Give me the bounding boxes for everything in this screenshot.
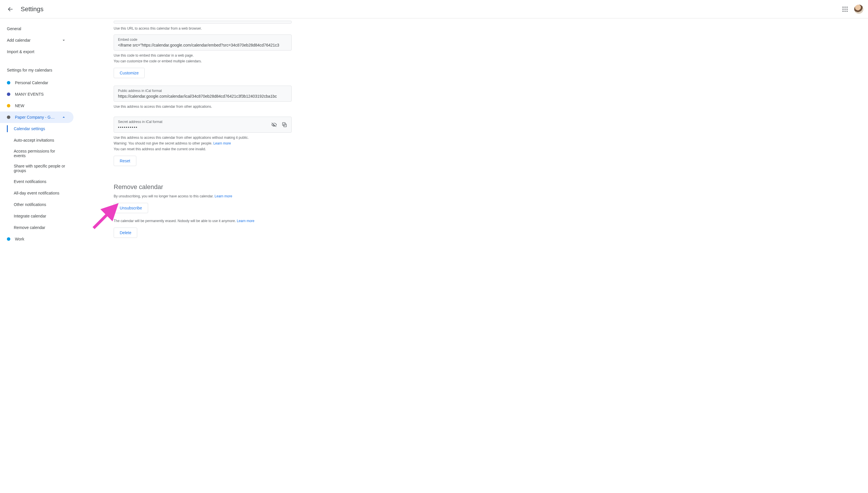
delete-hint-text: The calendar will be permanently erased.… — [114, 219, 237, 223]
customize-button[interactable]: Customize — [114, 68, 145, 78]
copy-button[interactable] — [280, 120, 289, 129]
sidebar-item-label: MANY EVENTS — [15, 92, 67, 97]
content-scroll-area[interactable]: Use this URL to access this calendar fro… — [73, 18, 868, 493]
ical-secret-field[interactable]: Secret address in iCal format •••••••••• — [114, 116, 292, 133]
nav-label: Add calendar — [7, 38, 31, 43]
chevron-up-icon — [61, 114, 67, 120]
page-title: Settings — [21, 5, 44, 13]
calendar-color-dot — [7, 92, 10, 96]
calendar-color-dot — [7, 81, 10, 84]
sidebar-item-label: Integrate calendar — [14, 214, 46, 218]
sidebar-section-header: Settings for my calendars — [0, 63, 73, 77]
nav-add-calendar[interactable]: Add calendar — [0, 35, 73, 46]
subnav-event-notifications[interactable]: Event notifications — [0, 176, 73, 187]
subnav-auto-accept[interactable]: Auto-accept invitations — [0, 134, 73, 146]
sidebar-item-label: Other notifications — [14, 202, 46, 207]
subnav-access-permissions[interactable]: Access permissions for events — [0, 146, 73, 161]
sidebar: General Add calendar Import & export Set… — [0, 18, 73, 493]
unsubscribe-button[interactable]: Unsubscribe — [114, 203, 148, 213]
field-value: https://calendar.google.com/calendar/ica… — [118, 94, 287, 99]
unsubscribe-learn-more-link[interactable]: Learn more — [215, 194, 232, 198]
delete-button[interactable]: Delete — [114, 228, 137, 238]
subnav-integrate-calendar[interactable]: Integrate calendar — [0, 210, 73, 222]
header-left: Settings — [5, 3, 44, 15]
secret-hint-1: Use this address to access this calendar… — [114, 135, 292, 140]
calendar-color-dot — [7, 104, 10, 107]
sidebar-item-label: Work — [15, 237, 67, 241]
sidebar-item-label: NEW — [15, 103, 67, 108]
remove-calendar-heading: Remove calendar — [114, 183, 292, 191]
subnav-remove-calendar[interactable]: Remove calendar — [0, 222, 73, 233]
embed-hint-2: You can customize the code or embed mult… — [114, 59, 292, 64]
nav-label: General — [7, 26, 21, 31]
visibility-off-button[interactable] — [270, 120, 279, 129]
field-value: •••••••••• — [118, 125, 287, 130]
sidebar-calendar-personal[interactable]: Personal Calendar — [0, 77, 73, 88]
ical-hint: Use this address to access this calendar… — [114, 104, 292, 109]
header-right — [839, 3, 863, 15]
sidebar-calendar-many-events[interactable]: MANY EVENTS — [0, 88, 73, 100]
sidebar-item-label: Auto-accept invitations — [14, 138, 54, 143]
subnav-all-day-notifications[interactable]: All-day event notifications — [0, 187, 73, 199]
field-label: Public address in iCal format — [118, 89, 287, 93]
sidebar-calendar-paper-company[interactable]: Paper Company - Goo… — [0, 111, 73, 123]
secret-learn-more-link[interactable]: Learn more — [213, 141, 231, 145]
reset-button[interactable]: Reset — [114, 156, 136, 166]
delete-hint-line: The calendar will be permanently erased.… — [114, 218, 292, 223]
back-button[interactable] — [5, 3, 16, 15]
calendar-color-dot — [7, 115, 10, 119]
subnav-calendar-settings[interactable]: Calendar settings — [0, 123, 73, 134]
unsubscribe-hint-line: By unsubscribing, you will no longer hav… — [114, 194, 292, 199]
sidebar-item-label: Access permissions for events — [14, 149, 67, 158]
sidebar-item-label: Event notifications — [14, 179, 46, 184]
visibility-off-icon — [271, 122, 277, 128]
nav-label: Import & export — [7, 49, 35, 54]
sidebar-item-label: Share with specific people or groups — [14, 164, 67, 173]
secret-warning-line: Warning: You should not give the secret … — [114, 141, 292, 146]
unsubscribe-hint-text: By unsubscribing, you will no longer hav… — [114, 194, 215, 198]
sidebar-calendar-work[interactable]: Work — [0, 233, 73, 245]
delete-learn-more-link[interactable]: Learn more — [237, 219, 254, 223]
embed-code-field[interactable]: Embed code <iframe src="https://calendar… — [114, 35, 292, 50]
public-url-hint: Use this URL to access this calendar fro… — [114, 26, 292, 31]
field-label: Secret address in iCal format — [118, 120, 287, 124]
field-value: <iframe src="https://calendar.google.com… — [118, 43, 287, 47]
nav-import-export[interactable]: Import & export — [0, 46, 73, 58]
secret-warning-text: Warning: You should not give the secret … — [114, 141, 213, 145]
secret-hint-2: You can reset this address and make the … — [114, 147, 292, 152]
app-body: General Add calendar Import & export Set… — [0, 18, 868, 493]
app-header: Settings — [0, 0, 868, 18]
chevron-down-icon — [61, 37, 67, 43]
sidebar-item-label: All-day event notifications — [14, 191, 60, 195]
sidebar-calendar-new[interactable]: NEW — [0, 100, 73, 111]
calendar-color-dot — [7, 237, 10, 241]
google-apps-button[interactable] — [839, 3, 851, 15]
copy-icon — [281, 122, 287, 128]
sidebar-item-label: Remove calendar — [14, 225, 45, 230]
embed-hint-1: Use this code to embed this calendar in … — [114, 53, 292, 58]
field-actions — [270, 120, 289, 129]
field-label: Embed code — [118, 38, 287, 42]
svg-line-4 — [94, 205, 117, 228]
sidebar-item-label: Paper Company - Goo… — [15, 115, 56, 120]
sidebar-item-label: Calendar settings — [14, 126, 45, 131]
public-url-field-partial — [114, 21, 292, 24]
subnav-other-notifications[interactable]: Other notifications — [0, 199, 73, 210]
arrow-left-icon — [7, 6, 14, 13]
sidebar-sublist: Calendar settings Auto-accept invitation… — [0, 123, 73, 233]
account-avatar[interactable] — [854, 5, 863, 14]
ical-public-field[interactable]: Public address in iCal format https://ca… — [114, 86, 292, 102]
nav-general[interactable]: General — [0, 23, 73, 35]
subnav-share[interactable]: Share with specific people or groups — [0, 161, 73, 176]
sidebar-item-label: Personal Calendar — [15, 81, 67, 85]
main-content: Use this URL to access this calendar fro… — [114, 18, 292, 252]
